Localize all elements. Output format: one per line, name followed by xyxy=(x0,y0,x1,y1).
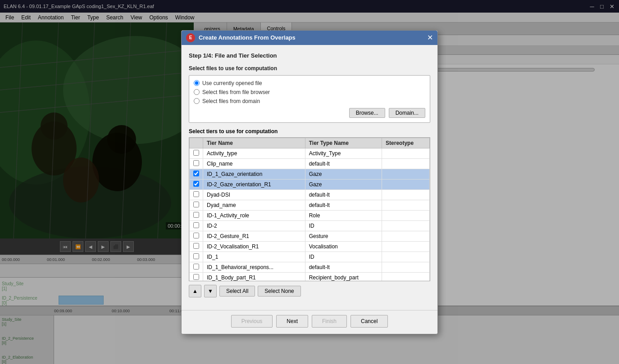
tier-checkbox-cell[interactable] xyxy=(190,179,203,189)
table-row[interactable]: ID-2_Gaze_orientation_R1 Gaze xyxy=(190,179,430,189)
tier-name-cell: ID_1_Behavioral_respons... xyxy=(203,262,305,272)
tier-checkbox-cell[interactable] xyxy=(190,252,203,262)
tier-checkbox-cell[interactable] xyxy=(190,189,203,200)
tier-name-cell: ID-2_Gesture_R1 xyxy=(203,231,305,241)
tier-type-cell: default-lt xyxy=(305,262,382,272)
tier-checkbox[interactable] xyxy=(193,253,199,259)
tier-stereotype-cell xyxy=(382,158,430,169)
tier-stereotype-cell xyxy=(382,220,430,231)
tier-table-body: Activity_type Activity_Type Clip_name de… xyxy=(190,148,430,281)
tier-checkbox-cell[interactable] xyxy=(190,200,203,210)
move-up-button[interactable]: ▲ xyxy=(189,285,201,297)
tier-checkbox-cell[interactable] xyxy=(190,241,203,252)
tier-stereotype-cell xyxy=(382,272,430,281)
tier-checkbox[interactable] xyxy=(193,150,199,156)
browse-button[interactable]: Browse... xyxy=(349,108,385,118)
tiers-section-label: Select tiers to use for computation xyxy=(189,128,430,135)
tier-name-cell: ID_1 xyxy=(203,252,305,262)
tier-name-cell: ID_1_Body_part_R1 xyxy=(203,272,305,281)
tier-checkbox[interactable] xyxy=(193,274,199,280)
domain-button[interactable]: Domain... xyxy=(389,108,425,118)
radio-browser-label[interactable]: Select files from file browser xyxy=(202,89,270,95)
radio-current-file[interactable] xyxy=(194,80,200,86)
select-none-button[interactable]: Select None xyxy=(258,286,300,297)
tier-type-cell: Gaze xyxy=(305,179,382,189)
tier-checkbox-cell[interactable] xyxy=(190,272,203,281)
move-down-button[interactable]: ▼ xyxy=(204,285,217,297)
tier-type-cell: Vocalisation xyxy=(305,241,382,252)
tier-checkbox-cell[interactable] xyxy=(190,210,203,220)
table-row[interactable]: ID_1_Gaze_orientation Gaze xyxy=(190,169,430,179)
table-row[interactable]: ID-2_Gesture_R1 Gesture xyxy=(190,231,430,241)
select-all-button[interactable]: Select All xyxy=(219,286,255,297)
tier-type-cell: default-lt xyxy=(305,189,382,200)
files-section-box: Use currently opened file Select files f… xyxy=(189,75,430,123)
tier-checkbox[interactable] xyxy=(193,202,199,207)
tier-name-cell: Dyad-DSI xyxy=(203,189,305,200)
tier-type-cell: default-lt xyxy=(305,158,382,169)
table-row[interactable]: ID_1 ID xyxy=(190,252,430,262)
tier-stereotype-cell xyxy=(382,241,430,252)
radio-file-domain[interactable] xyxy=(194,98,200,104)
table-row[interactable]: Dyad-DSI default-lt xyxy=(190,189,430,200)
tier-checkbox-cell[interactable] xyxy=(190,220,203,231)
tier-name-cell: ID-2_Vocalisation_R1 xyxy=(203,241,305,252)
tier-checkbox[interactable] xyxy=(193,212,199,218)
tier-type-cell: Role xyxy=(305,210,382,220)
radio-domain-label[interactable]: Select files from domain xyxy=(202,98,260,104)
tier-checkbox[interactable] xyxy=(193,222,199,228)
col-header-tier-name: Tier Name xyxy=(203,138,305,148)
next-button[interactable]: Next xyxy=(276,315,308,328)
radio-row-domain: Select files from domain xyxy=(194,98,425,104)
table-row[interactable]: Clip_name default-lt xyxy=(190,158,430,169)
modal-close-button[interactable]: ✕ xyxy=(427,34,433,41)
modal-app-icon: E xyxy=(186,33,195,42)
tier-type-cell: ID xyxy=(305,220,382,231)
radio-current-label[interactable]: Use currently opened file xyxy=(202,80,262,86)
radio-file-browser[interactable] xyxy=(194,89,200,95)
modal-title: Create Annotations From Overlaps xyxy=(199,34,296,41)
modal-footer: Previous Next Finish Cancel xyxy=(182,310,437,334)
table-row[interactable]: ID-2 ID xyxy=(190,220,430,231)
radio-row-current: Use currently opened file xyxy=(194,80,425,86)
modal-title-bar: E Create Annotations From Overlaps ✕ xyxy=(182,31,437,45)
tier-checkbox-cell[interactable] xyxy=(190,169,203,179)
tier-checkbox[interactable] xyxy=(193,264,199,270)
tier-checkbox[interactable] xyxy=(193,191,199,197)
tier-type-cell: Activity_Type xyxy=(305,148,382,158)
tier-name-cell: ID-2 xyxy=(203,220,305,231)
previous-button[interactable]: Previous xyxy=(231,315,273,328)
tier-table-wrapper[interactable]: Tier Name Tier Type Name Stereotype Acti… xyxy=(189,137,430,281)
tier-checkbox[interactable] xyxy=(193,171,199,176)
modal-overlay: E Create Annotations From Overlaps ✕ Ste… xyxy=(0,0,619,364)
finish-button[interactable]: Finish xyxy=(312,315,347,328)
tier-type-cell: Gaze xyxy=(305,169,382,179)
table-row[interactable]: Dyad_name default-lt xyxy=(190,200,430,210)
tier-stereotype-cell xyxy=(382,210,430,220)
cancel-button[interactable]: Cancel xyxy=(350,315,388,328)
tier-checkbox[interactable] xyxy=(193,160,199,166)
tier-checkbox-cell[interactable] xyxy=(190,262,203,272)
tier-checkbox[interactable] xyxy=(193,243,199,249)
tier-type-cell: ID xyxy=(305,252,382,262)
tier-checkbox-cell[interactable] xyxy=(190,231,203,241)
tier-checkbox-cell[interactable] xyxy=(190,158,203,169)
table-row[interactable]: ID-1_Activity_role Role xyxy=(190,210,430,220)
browse-row: Browse... Domain... xyxy=(194,108,425,118)
tier-checkbox[interactable] xyxy=(193,181,199,187)
tier-table: Tier Name Tier Type Name Stereotype Acti… xyxy=(189,138,430,281)
table-row[interactable]: ID-2_Vocalisation_R1 Vocalisation xyxy=(190,241,430,252)
col-header-tier-type: Tier Type Name xyxy=(305,138,382,148)
step-title: Step 1/4: File and Tier Selection xyxy=(189,52,430,59)
tier-name-cell: Activity_type xyxy=(203,148,305,158)
tier-name-cell: Clip_name xyxy=(203,158,305,169)
tier-stereotype-cell xyxy=(382,179,430,189)
table-row[interactable]: Activity_type Activity_Type xyxy=(190,148,430,158)
col-header-check xyxy=(190,138,203,148)
tier-checkbox[interactable] xyxy=(193,233,199,238)
table-row[interactable]: ID_1_Body_part_R1 Recipient_body_part xyxy=(190,272,430,281)
tier-checkbox-cell[interactable] xyxy=(190,148,203,158)
table-row[interactable]: ID_1_Behavioral_respons... default-lt xyxy=(190,262,430,272)
tier-table-header-row: Tier Name Tier Type Name Stereotype xyxy=(190,138,430,148)
tier-stereotype-cell xyxy=(382,252,430,262)
